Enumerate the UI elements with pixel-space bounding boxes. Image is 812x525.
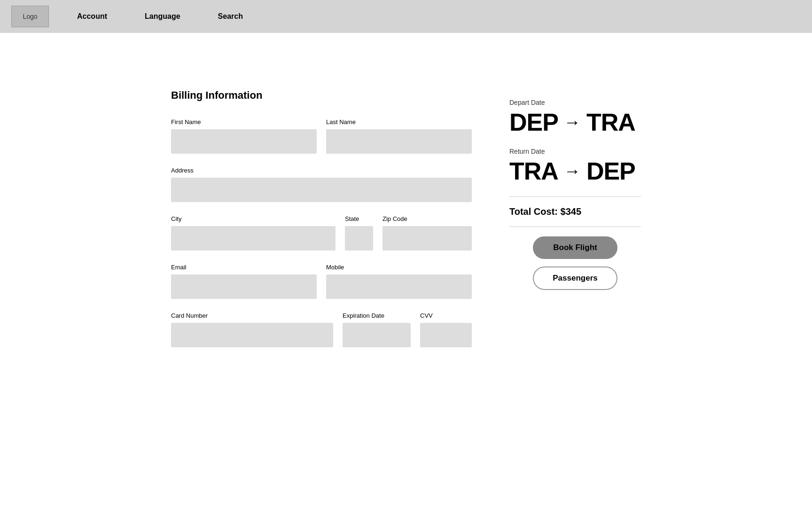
expiration-input[interactable] [343, 323, 411, 347]
email-group: Email [171, 264, 317, 299]
expiration-group: Expiration Date [343, 312, 411, 347]
zip-group: Zip Code [383, 215, 472, 251]
first-name-input[interactable] [171, 129, 317, 154]
mobile-label: Mobile [326, 264, 472, 271]
cvv-label: CVV [420, 312, 472, 319]
email-input[interactable] [171, 274, 317, 299]
last-name-label: Last Name [326, 118, 472, 125]
mobile-input[interactable] [326, 274, 472, 299]
mobile-group: Mobile [326, 264, 472, 299]
return-route: TRA → DEP [509, 157, 641, 185]
state-input[interactable] [345, 226, 373, 251]
nav-account[interactable]: Account [58, 12, 126, 21]
state-group: State [345, 215, 373, 251]
address-row: Address [171, 167, 472, 202]
logo[interactable]: Logo [11, 6, 49, 27]
address-input[interactable] [171, 178, 472, 202]
card-row: Card Number Expiration Date CVV [171, 312, 472, 347]
depart-date-label: Depart Date [509, 99, 641, 106]
return-from-code: TRA [509, 157, 558, 185]
divider-bottom [509, 227, 641, 227]
total-cost: Total Cost: $345 [509, 206, 641, 217]
nav-language[interactable]: Language [126, 12, 199, 21]
zip-label: Zip Code [383, 215, 472, 222]
first-name-group: First Name [171, 118, 317, 154]
nav-search[interactable]: Search [199, 12, 262, 21]
depart-arrow-icon: → [564, 112, 581, 132]
last-name-group: Last Name [326, 118, 472, 154]
card-number-label: Card Number [171, 312, 333, 319]
return-arrow-icon: → [564, 161, 581, 181]
depart-from-code: DEP [509, 108, 558, 136]
address-group: Address [171, 167, 472, 202]
last-name-input[interactable] [326, 129, 472, 154]
city-label: City [171, 215, 336, 222]
city-input[interactable] [171, 226, 336, 251]
card-number-group: Card Number [171, 312, 333, 347]
email-mobile-row: Email Mobile [171, 264, 472, 299]
billing-section: Billing Information First Name Last Name… [171, 89, 472, 360]
logo-label: Logo [23, 13, 37, 20]
name-row: First Name Last Name [171, 118, 472, 154]
depart-to-code: TRA [586, 108, 635, 136]
first-name-label: First Name [171, 118, 317, 125]
zip-input[interactable] [383, 226, 472, 251]
depart-route: DEP → TRA [509, 108, 641, 136]
return-to-code: DEP [586, 157, 635, 185]
navbar: Logo Account Language Search [0, 0, 812, 33]
cvv-group: CVV [420, 312, 472, 347]
billing-title: Billing Information [171, 89, 472, 102]
return-date-label: Return Date [509, 148, 641, 155]
card-number-input[interactable] [171, 323, 333, 347]
address-label: Address [171, 167, 472, 174]
city-group: City [171, 215, 336, 251]
state-label: State [345, 215, 373, 222]
passengers-button[interactable]: Passengers [533, 266, 617, 290]
main-content: Billing Information First Name Last Name… [0, 33, 812, 389]
cvv-input[interactable] [420, 323, 472, 347]
book-flight-button[interactable]: Book Flight [533, 236, 617, 259]
city-state-zip-row: City State Zip Code [171, 215, 472, 251]
divider-top [509, 196, 641, 197]
expiration-label: Expiration Date [343, 312, 411, 319]
flight-section: Depart Date DEP → TRA Return Date TRA → … [509, 89, 641, 360]
email-label: Email [171, 264, 317, 271]
